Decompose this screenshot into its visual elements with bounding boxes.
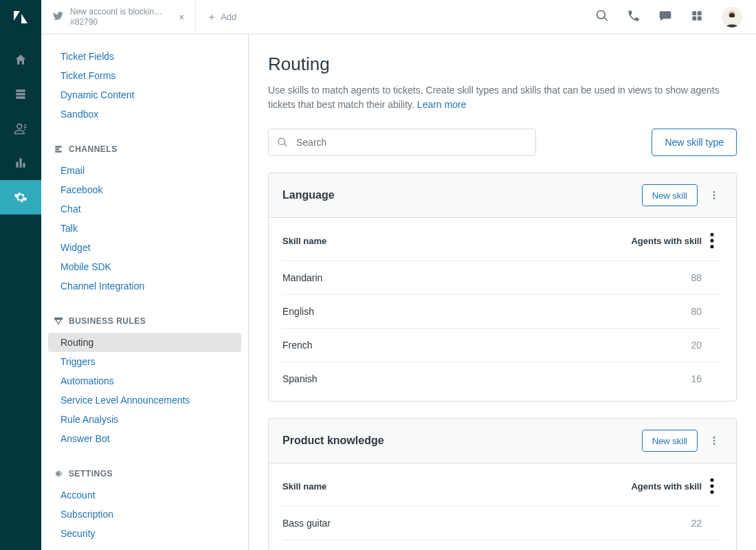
skill-name: English — [282, 306, 612, 317]
settings-icon — [54, 469, 63, 478]
svg-point-17 — [711, 490, 714, 494]
sidebar-item[interactable]: Security — [48, 524, 241, 543]
page-title: Routing — [268, 54, 737, 75]
svg-point-7 — [713, 195, 715, 197]
sidebar-item[interactable]: Ticket Forms — [48, 66, 241, 85]
sidebar-item[interactable]: Sandbox — [48, 104, 241, 124]
skill-count: 20 — [612, 340, 702, 351]
sidebar-item[interactable]: Ticket Fields — [48, 47, 241, 66]
table-row[interactable]: English80 — [282, 295, 722, 329]
svg-point-8 — [713, 197, 715, 199]
table-menu-icon[interactable] — [702, 230, 722, 251]
table-row[interactable]: French20 — [282, 329, 722, 362]
user-avatar[interactable] — [722, 7, 742, 28]
table-row[interactable]: Mandarin88 — [282, 261, 722, 295]
svg-marker-1 — [21, 14, 27, 23]
svg-point-16 — [711, 485, 714, 488]
rail-views[interactable] — [0, 77, 41, 111]
svg-point-10 — [711, 239, 714, 243]
col-agents-count: Agents with skill — [612, 236, 702, 246]
svg-point-12 — [713, 437, 715, 439]
sidebar-item[interactable]: Chat — [48, 199, 241, 219]
skill-type-card: LanguageNew skillSkill nameAgents with s… — [268, 173, 737, 402]
sidebar-item[interactable]: Email — [48, 161, 241, 180]
svg-point-5 — [57, 472, 60, 475]
new-skill-type-button[interactable]: New skill type — [652, 129, 737, 156]
twitter-icon — [52, 10, 63, 24]
learn-more-link[interactable]: Learn more — [417, 99, 467, 110]
skill-name: French — [282, 340, 612, 351]
skill-type-title: Language — [282, 189, 335, 201]
sidebar-section-header: CHANNELS — [41, 139, 248, 157]
sidebar-item[interactable]: Mobile SDK — [48, 257, 241, 276]
skill-name: Bass guitar — [282, 518, 612, 529]
rail-customers[interactable] — [0, 111, 41, 146]
skill-name: Spanish — [282, 373, 612, 384]
add-tab-label: Add — [221, 12, 236, 22]
skill-type-card: Product knowledgeNew skillSkill nameAgen… — [268, 418, 737, 550]
header-tab[interactable]: New account is blocking… #82790 × — [41, 0, 196, 34]
sidebar-item[interactable]: Dynamic Content — [48, 85, 241, 104]
toolbar: New skill type — [268, 129, 737, 156]
sidebar-item[interactable]: Answer Bot — [48, 429, 241, 448]
top-header: New account is blocking… #82790 × Add — [41, 0, 756, 34]
brand-logo — [12, 8, 30, 26]
tab-title: New account is blocking… — [70, 7, 166, 16]
table-row[interactable]: Spanish16 — [282, 362, 722, 395]
nav-rail — [0, 0, 41, 550]
tab-close-icon[interactable]: × — [179, 12, 184, 23]
sidebar-item[interactable]: Widget — [48, 238, 241, 257]
sidebar-item[interactable]: Channel Integration — [48, 276, 241, 296]
skill-type-title: Product knowledge — [282, 434, 384, 447]
skill-name: Mandarin — [282, 272, 612, 283]
sidebar-item[interactable]: Subscription — [48, 505, 241, 524]
sidebar-item[interactable]: Talk — [48, 219, 241, 238]
skill-count: 22 — [612, 518, 702, 529]
svg-marker-0 — [14, 11, 20, 21]
business-rules-icon — [54, 316, 63, 326]
apps-icon[interactable] — [690, 9, 704, 25]
sidebar-item[interactable]: Facebook — [48, 180, 241, 199]
sidebar-section-header: SETTINGS — [41, 463, 248, 481]
skill-count: 88 — [612, 272, 702, 283]
table-row[interactable]: Electric guitar40 — [282, 540, 722, 550]
channels-icon — [54, 144, 63, 154]
sidebar-section-header: BUSINESS RULES — [41, 311, 248, 329]
col-skill-name: Skill name — [282, 236, 612, 246]
svg-rect-4 — [729, 15, 735, 17]
sidebar-item[interactable]: Routing — [48, 333, 241, 352]
sidebar-item[interactable]: Service Level Announcements — [48, 390, 241, 410]
phone-icon[interactable] — [627, 9, 641, 25]
sidebar-item[interactable]: Account — [48, 485, 241, 505]
rail-reports[interactable] — [0, 146, 41, 180]
skill-count: 16 — [612, 373, 702, 384]
card-menu-icon[interactable] — [706, 435, 722, 446]
search-input[interactable] — [295, 136, 527, 148]
table-row[interactable]: Bass guitar22 — [282, 507, 722, 540]
col-agents-count: Agents with skill — [612, 481, 702, 492]
admin-sidebar: Ticket FieldsTicket FormsDynamic Content… — [41, 34, 249, 550]
sidebar-item[interactable]: Triggers — [48, 352, 241, 371]
chat-icon[interactable] — [658, 9, 672, 25]
new-skill-button[interactable]: New skill — [642, 430, 698, 452]
header-actions — [595, 0, 756, 34]
search-icon[interactable] — [595, 9, 609, 25]
svg-point-15 — [711, 478, 714, 482]
main-content: Routing Use skills to match agents to ti… — [249, 34, 756, 550]
tab-subtitle: #82790 — [70, 17, 166, 27]
search-box[interactable] — [268, 129, 536, 156]
svg-point-11 — [711, 245, 714, 248]
svg-point-6 — [713, 191, 715, 193]
sidebar-item[interactable]: Automations — [48, 371, 241, 390]
card-menu-icon[interactable] — [706, 190, 722, 201]
page-description: Use skills to match agents to tickets. C… — [268, 83, 722, 112]
skill-count: 80 — [612, 306, 702, 317]
col-skill-name: Skill name — [282, 481, 612, 492]
sidebar-item[interactable]: Rule Analysis — [48, 410, 241, 429]
new-skill-button[interactable]: New skill — [642, 184, 698, 206]
table-menu-icon[interactable] — [702, 476, 722, 496]
rail-admin[interactable] — [0, 180, 41, 214]
rail-home[interactable] — [0, 43, 41, 77]
add-tab-button[interactable]: Add — [196, 0, 247, 34]
svg-point-14 — [713, 443, 715, 445]
